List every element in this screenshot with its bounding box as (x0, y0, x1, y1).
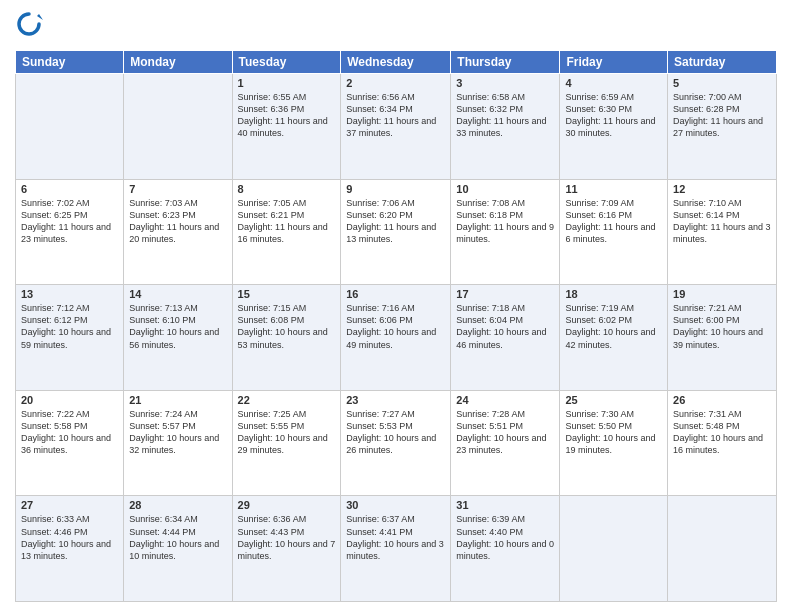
calendar-cell: 17Sunrise: 7:18 AM Sunset: 6:04 PM Dayli… (451, 285, 560, 391)
day-info: Sunrise: 7:05 AM Sunset: 6:21 PM Dayligh… (238, 197, 336, 246)
calendar-cell: 30Sunrise: 6:37 AM Sunset: 4:41 PM Dayli… (341, 496, 451, 602)
calendar-cell: 23Sunrise: 7:27 AM Sunset: 5:53 PM Dayli… (341, 390, 451, 496)
day-info: Sunrise: 6:58 AM Sunset: 6:32 PM Dayligh… (456, 91, 554, 140)
day-info: Sunrise: 7:10 AM Sunset: 6:14 PM Dayligh… (673, 197, 771, 246)
calendar-cell: 7Sunrise: 7:03 AM Sunset: 6:23 PM Daylig… (124, 179, 232, 285)
day-info: Sunrise: 6:37 AM Sunset: 4:41 PM Dayligh… (346, 513, 445, 562)
calendar-table: SundayMondayTuesdayWednesdayThursdayFrid… (15, 50, 777, 602)
calendar-cell: 5Sunrise: 7:00 AM Sunset: 6:28 PM Daylig… (668, 74, 777, 180)
day-info: Sunrise: 7:09 AM Sunset: 6:16 PM Dayligh… (565, 197, 662, 246)
day-number: 2 (346, 77, 445, 89)
day-number: 4 (565, 77, 662, 89)
day-info: Sunrise: 7:00 AM Sunset: 6:28 PM Dayligh… (673, 91, 771, 140)
day-info: Sunrise: 7:13 AM Sunset: 6:10 PM Dayligh… (129, 302, 226, 351)
day-info: Sunrise: 6:39 AM Sunset: 4:40 PM Dayligh… (456, 513, 554, 562)
day-info: Sunrise: 7:30 AM Sunset: 5:50 PM Dayligh… (565, 408, 662, 457)
day-number: 24 (456, 394, 554, 406)
weekday-header: Sunday (16, 51, 124, 74)
weekday-header: Tuesday (232, 51, 341, 74)
day-info: Sunrise: 7:19 AM Sunset: 6:02 PM Dayligh… (565, 302, 662, 351)
calendar-cell: 10Sunrise: 7:08 AM Sunset: 6:18 PM Dayli… (451, 179, 560, 285)
day-number: 19 (673, 288, 771, 300)
day-info: Sunrise: 6:59 AM Sunset: 6:30 PM Dayligh… (565, 91, 662, 140)
calendar-cell (668, 496, 777, 602)
day-number: 21 (129, 394, 226, 406)
logo (15, 10, 47, 42)
day-number: 29 (238, 499, 336, 511)
calendar-cell: 28Sunrise: 6:34 AM Sunset: 4:44 PM Dayli… (124, 496, 232, 602)
day-info: Sunrise: 6:36 AM Sunset: 4:43 PM Dayligh… (238, 513, 336, 562)
calendar-cell: 13Sunrise: 7:12 AM Sunset: 6:12 PM Dayli… (16, 285, 124, 391)
calendar-cell: 22Sunrise: 7:25 AM Sunset: 5:55 PM Dayli… (232, 390, 341, 496)
calendar-cell: 11Sunrise: 7:09 AM Sunset: 6:16 PM Dayli… (560, 179, 668, 285)
calendar-cell: 20Sunrise: 7:22 AM Sunset: 5:58 PM Dayli… (16, 390, 124, 496)
calendar-cell: 12Sunrise: 7:10 AM Sunset: 6:14 PM Dayli… (668, 179, 777, 285)
day-info: Sunrise: 7:28 AM Sunset: 5:51 PM Dayligh… (456, 408, 554, 457)
calendar-cell (16, 74, 124, 180)
day-info: Sunrise: 7:18 AM Sunset: 6:04 PM Dayligh… (456, 302, 554, 351)
weekday-header: Friday (560, 51, 668, 74)
calendar-week-row: 27Sunrise: 6:33 AM Sunset: 4:46 PM Dayli… (16, 496, 777, 602)
day-info: Sunrise: 7:24 AM Sunset: 5:57 PM Dayligh… (129, 408, 226, 457)
day-number: 20 (21, 394, 118, 406)
day-number: 18 (565, 288, 662, 300)
day-number: 28 (129, 499, 226, 511)
calendar-week-row: 1Sunrise: 6:55 AM Sunset: 6:36 PM Daylig… (16, 74, 777, 180)
calendar-cell: 9Sunrise: 7:06 AM Sunset: 6:20 PM Daylig… (341, 179, 451, 285)
calendar-cell: 1Sunrise: 6:55 AM Sunset: 6:36 PM Daylig… (232, 74, 341, 180)
calendar-cell: 21Sunrise: 7:24 AM Sunset: 5:57 PM Dayli… (124, 390, 232, 496)
day-number: 14 (129, 288, 226, 300)
weekday-header: Monday (124, 51, 232, 74)
day-number: 15 (238, 288, 336, 300)
calendar-cell: 3Sunrise: 6:58 AM Sunset: 6:32 PM Daylig… (451, 74, 560, 180)
page: SundayMondayTuesdayWednesdayThursdayFrid… (0, 0, 792, 612)
day-info: Sunrise: 7:12 AM Sunset: 6:12 PM Dayligh… (21, 302, 118, 351)
calendar-cell (124, 74, 232, 180)
day-info: Sunrise: 7:08 AM Sunset: 6:18 PM Dayligh… (456, 197, 554, 246)
calendar-cell: 19Sunrise: 7:21 AM Sunset: 6:00 PM Dayli… (668, 285, 777, 391)
calendar-cell: 24Sunrise: 7:28 AM Sunset: 5:51 PM Dayli… (451, 390, 560, 496)
calendar-cell: 16Sunrise: 7:16 AM Sunset: 6:06 PM Dayli… (341, 285, 451, 391)
day-info: Sunrise: 7:03 AM Sunset: 6:23 PM Dayligh… (129, 197, 226, 246)
day-info: Sunrise: 7:21 AM Sunset: 6:00 PM Dayligh… (673, 302, 771, 351)
day-number: 16 (346, 288, 445, 300)
day-info: Sunrise: 7:06 AM Sunset: 6:20 PM Dayligh… (346, 197, 445, 246)
day-info: Sunrise: 7:22 AM Sunset: 5:58 PM Dayligh… (21, 408, 118, 457)
day-info: Sunrise: 7:02 AM Sunset: 6:25 PM Dayligh… (21, 197, 118, 246)
calendar-cell: 25Sunrise: 7:30 AM Sunset: 5:50 PM Dayli… (560, 390, 668, 496)
calendar-header-row: SundayMondayTuesdayWednesdayThursdayFrid… (16, 51, 777, 74)
calendar-cell: 27Sunrise: 6:33 AM Sunset: 4:46 PM Dayli… (16, 496, 124, 602)
day-info: Sunrise: 7:25 AM Sunset: 5:55 PM Dayligh… (238, 408, 336, 457)
day-number: 9 (346, 183, 445, 195)
calendar-cell: 2Sunrise: 6:56 AM Sunset: 6:34 PM Daylig… (341, 74, 451, 180)
calendar-cell: 18Sunrise: 7:19 AM Sunset: 6:02 PM Dayli… (560, 285, 668, 391)
day-number: 25 (565, 394, 662, 406)
day-info: Sunrise: 6:55 AM Sunset: 6:36 PM Dayligh… (238, 91, 336, 140)
day-number: 3 (456, 77, 554, 89)
day-info: Sunrise: 7:16 AM Sunset: 6:06 PM Dayligh… (346, 302, 445, 351)
day-number: 31 (456, 499, 554, 511)
day-number: 10 (456, 183, 554, 195)
day-info: Sunrise: 7:31 AM Sunset: 5:48 PM Dayligh… (673, 408, 771, 457)
calendar-cell: 26Sunrise: 7:31 AM Sunset: 5:48 PM Dayli… (668, 390, 777, 496)
calendar-cell: 14Sunrise: 7:13 AM Sunset: 6:10 PM Dayli… (124, 285, 232, 391)
calendar-cell: 6Sunrise: 7:02 AM Sunset: 6:25 PM Daylig… (16, 179, 124, 285)
day-number: 1 (238, 77, 336, 89)
day-number: 7 (129, 183, 226, 195)
weekday-header: Thursday (451, 51, 560, 74)
day-number: 22 (238, 394, 336, 406)
day-number: 17 (456, 288, 554, 300)
calendar-cell: 29Sunrise: 6:36 AM Sunset: 4:43 PM Dayli… (232, 496, 341, 602)
weekday-header: Saturday (668, 51, 777, 74)
day-number: 13 (21, 288, 118, 300)
day-number: 12 (673, 183, 771, 195)
calendar-week-row: 13Sunrise: 7:12 AM Sunset: 6:12 PM Dayli… (16, 285, 777, 391)
weekday-header: Wednesday (341, 51, 451, 74)
day-info: Sunrise: 7:15 AM Sunset: 6:08 PM Dayligh… (238, 302, 336, 351)
calendar-cell: 31Sunrise: 6:39 AM Sunset: 4:40 PM Dayli… (451, 496, 560, 602)
day-info: Sunrise: 6:56 AM Sunset: 6:34 PM Dayligh… (346, 91, 445, 140)
day-number: 8 (238, 183, 336, 195)
calendar-week-row: 20Sunrise: 7:22 AM Sunset: 5:58 PM Dayli… (16, 390, 777, 496)
calendar-week-row: 6Sunrise: 7:02 AM Sunset: 6:25 PM Daylig… (16, 179, 777, 285)
day-number: 6 (21, 183, 118, 195)
